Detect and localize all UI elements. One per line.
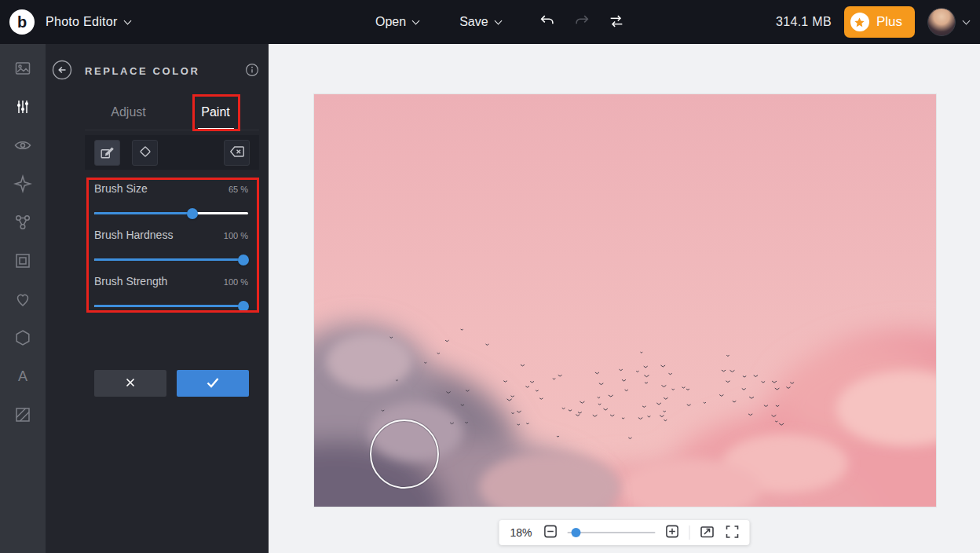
redo-button[interactable] (570, 9, 594, 35)
app-switcher-menu[interactable]: Photo Editor (46, 15, 130, 29)
panel-actions (94, 370, 249, 397)
paint-brush-tool[interactable] (94, 140, 120, 166)
checkmark-icon (205, 375, 221, 393)
cancel-button[interactable] (94, 370, 166, 397)
zoom-out-button[interactable] (543, 524, 558, 541)
back-button[interactable] (51, 60, 73, 82)
tab-adjust-label: Adjust (111, 105, 145, 119)
paint-tools (85, 135, 259, 170)
panel-tabs: Adjust Paint (85, 94, 259, 130)
fill-tool[interactable] (132, 140, 158, 166)
sidebar-item-frames[interactable] (13, 252, 33, 273)
plus-icon (665, 524, 680, 541)
star-icon (850, 13, 869, 31)
brush-strength-slider[interactable] (94, 300, 248, 311)
effects-star-icon (13, 174, 32, 196)
brush-strength-control: Brush Strength 100 % (94, 275, 248, 311)
canvas-area: 18% (269, 44, 980, 553)
back-arrow-icon (52, 60, 72, 82)
text-icon: A (13, 367, 32, 389)
sidebar-item-textures[interactable] (13, 406, 33, 427)
info-icon (245, 63, 259, 79)
brush-hardness-control: Brush Hardness 100 % (94, 229, 248, 265)
logo-letter: b (17, 13, 27, 31)
apply-button[interactable] (177, 370, 249, 397)
fit-to-screen-button[interactable] (700, 524, 715, 542)
toolbar-divider (689, 526, 690, 540)
edit-sliders-icon (13, 97, 32, 119)
tab-paint-label: Paint (201, 105, 229, 119)
zoom-toolbar: 18% (499, 520, 750, 545)
tab-adjust[interactable]: Adjust (85, 94, 172, 130)
undo-icon (539, 13, 556, 32)
brush-strength-slider-thumb[interactable] (238, 301, 249, 312)
brush-hardness-slider[interactable] (94, 254, 248, 265)
replace-color-panel: REPLACE COLOR Adjust Paint (46, 44, 269, 553)
befunky-logo[interactable]: b (9, 9, 35, 35)
minus-icon (543, 524, 558, 541)
brush-size-control: Brush Size 65 % (94, 182, 248, 218)
open-menu[interactable]: Open (375, 15, 419, 29)
photo-editor-app: b Photo Editor Open Save (0, 0, 980, 553)
brush-strength-label: Brush Strength (94, 275, 167, 287)
undo-button[interactable] (536, 9, 559, 35)
brush-sliders: Brush Size 65 % Brush Hardness 100 % (94, 182, 248, 321)
sidebar-item-artsy[interactable] (13, 214, 33, 234)
svg-text:A: A (18, 368, 27, 384)
zoom-in-button[interactable] (665, 524, 680, 541)
sidebar-item-edit[interactable] (13, 98, 33, 119)
canvas-image[interactable] (314, 94, 936, 507)
photos-icon (13, 59, 32, 81)
app-title: Photo Editor (46, 15, 118, 29)
brush-size-label: Brush Size (94, 182, 148, 195)
brush-hardness-slider-thumb[interactable] (238, 255, 249, 266)
sidebar-item-touchup[interactable] (13, 137, 33, 157)
fullscreen-button[interactable] (725, 524, 740, 542)
sidebar-item-overlays[interactable] (13, 329, 33, 350)
brush-size-slider-thumb[interactable] (187, 208, 198, 219)
textures-icon (13, 405, 32, 427)
save-label: Save (459, 15, 488, 29)
compare-button[interactable] (605, 9, 628, 35)
fit-to-screen-icon (700, 524, 715, 542)
chevron-down-icon[interactable] (963, 16, 971, 24)
memory-usage: 314.1 MB (776, 15, 832, 29)
chevron-down-icon (494, 16, 502, 24)
sidebar-item-effects[interactable] (13, 175, 33, 196)
fullscreen-icon (725, 524, 740, 542)
zoom-slider[interactable] (568, 527, 656, 538)
erase-tool[interactable] (224, 140, 250, 166)
brush-hardness-label: Brush Hardness (94, 229, 173, 241)
brush-size-value: 65 % (229, 185, 248, 194)
info-button[interactable] (245, 63, 259, 79)
graphics-heart-icon (13, 290, 32, 312)
chevron-down-icon (412, 16, 420, 24)
avatar[interactable] (927, 8, 956, 36)
fill-diamond-icon (137, 143, 154, 163)
eraser-icon (229, 143, 246, 163)
topbar: b Photo Editor Open Save (0, 0, 980, 44)
sidebar-item-photos[interactable] (13, 60, 33, 80)
touchup-eye-icon (13, 136, 32, 158)
chevron-down-icon (123, 16, 131, 24)
compare-icon (608, 13, 625, 32)
save-menu[interactable]: Save (459, 15, 500, 29)
sidebar: A (0, 44, 46, 553)
tab-paint[interactable]: Paint (172, 94, 259, 130)
zoom-level: 18% (509, 526, 534, 539)
open-label: Open (375, 15, 406, 29)
redo-icon (573, 13, 591, 32)
overlays-hexagon-icon (13, 328, 32, 350)
brush-size-slider[interactable] (94, 207, 248, 218)
plus-upgrade-button[interactable]: Plus (844, 6, 915, 38)
plus-label: Plus (876, 14, 902, 30)
brush-hardness-value: 100 % (224, 231, 248, 240)
zoom-slider-thumb[interactable] (572, 528, 581, 537)
frames-icon (13, 251, 32, 273)
sidebar-item-text[interactable]: A (13, 368, 33, 388)
sidebar-item-graphics[interactable] (13, 291, 33, 311)
brush-strength-value: 100 % (224, 277, 248, 287)
paint-brush-icon (99, 143, 116, 163)
cancel-icon (123, 375, 137, 392)
panel-title: REPLACE COLOR (85, 65, 199, 77)
